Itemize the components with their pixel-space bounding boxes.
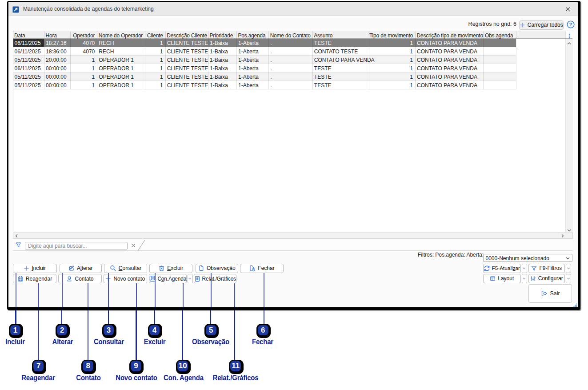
svg-text:?: ? bbox=[569, 22, 572, 27]
svg-text:31: 31 bbox=[19, 278, 22, 281]
